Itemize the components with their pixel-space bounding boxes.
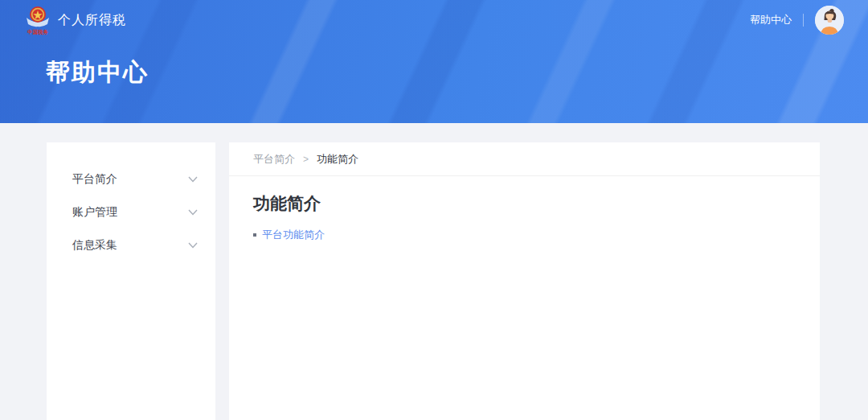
- top-navbar: 中国税务 个人所得税 帮助中心: [0, 0, 868, 40]
- brand-home-link[interactable]: 中国税务 个人所得税: [24, 5, 126, 35]
- doc-link-label: 平台功能简介: [262, 228, 325, 242]
- chevron-down-icon: [188, 176, 198, 183]
- main-panel: 平台简介 > 功能简介 功能简介 平台功能简介: [229, 142, 820, 420]
- sidebar-item-label: 账户管理: [72, 205, 117, 220]
- breadcrumb-parent-link[interactable]: 平台简介: [253, 152, 295, 167]
- chevron-down-icon: [188, 209, 198, 216]
- brand-title: 个人所得税: [58, 12, 126, 29]
- breadcrumb-separator: >: [303, 154, 309, 165]
- sidebar-item-account-management[interactable]: 账户管理: [47, 196, 215, 229]
- sidebar-item-info-collection[interactable]: 信息采集: [47, 229, 215, 261]
- page-title: 帮助中心: [0, 40, 868, 89]
- svg-text:中国税务: 中国税务: [27, 29, 49, 35]
- section-title: 功能简介: [253, 192, 796, 215]
- sidebar-item-label: 信息采集: [72, 238, 117, 253]
- chevron-down-icon: [188, 242, 198, 249]
- breadcrumb-current: 功能简介: [317, 152, 358, 167]
- hero-banner: 中国税务 个人所得税 帮助中心 帮助中心: [0, 0, 868, 123]
- navbar-right: 帮助中心: [750, 6, 844, 35]
- help-sidebar: 平台简介 账户管理 信息采集: [47, 142, 215, 420]
- breadcrumb: 平台简介 > 功能简介: [229, 142, 820, 176]
- main-body: 功能简介 平台功能简介: [229, 176, 820, 258]
- avatar-illustration-icon: [815, 6, 844, 35]
- china-tax-logo-icon: 中国税务: [24, 5, 51, 35]
- content-area: 平台简介 账户管理 信息采集 平台简介 > 功能简介 功能简介 平台功能简介: [0, 123, 868, 420]
- doc-link-platform-function-intro[interactable]: 平台功能简介: [253, 228, 796, 242]
- user-avatar[interactable]: [815, 6, 844, 35]
- sidebar-item-label: 平台简介: [72, 172, 117, 187]
- bullet-icon: [253, 233, 256, 237]
- sidebar-item-platform-intro[interactable]: 平台简介: [47, 163, 215, 196]
- nav-divider: [803, 14, 804, 27]
- help-center-nav-link[interactable]: 帮助中心: [750, 13, 792, 27]
